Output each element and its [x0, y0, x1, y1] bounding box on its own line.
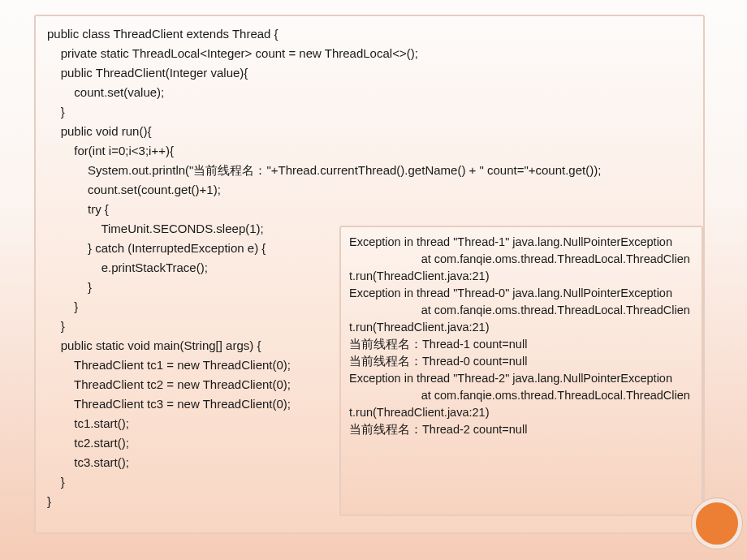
output-content: Exception in thread "Thread-1" java.lang…: [349, 234, 693, 438]
output-box: Exception in thread "Thread-1" java.lang…: [339, 226, 703, 516]
corner-decoration-circle: [692, 498, 742, 549]
slide: public class ThreadClient extends Thread…: [0, 0, 747, 560]
